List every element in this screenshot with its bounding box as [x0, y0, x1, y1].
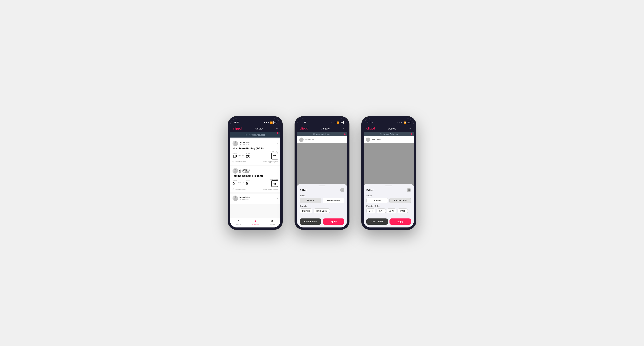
card-header-1: Josh Coles 28 Feb 2023 ··· [232, 141, 278, 146]
footer-right-text-2: Data: Clippd Capture [263, 188, 278, 190]
header-title-2: Activity [322, 127, 330, 130]
peek-banner-3: ⊞ Viewing Activities [364, 132, 414, 136]
rounds-toggle-2[interactable]: Rounds [300, 198, 322, 203]
logo-2: clippd [300, 127, 308, 130]
dots-menu-3[interactable]: ··· [276, 197, 278, 200]
footer-right-text-1: Data: Clippd Capture [263, 161, 278, 163]
user-date-1: 28 Feb 2023 [239, 144, 250, 146]
activity-card-3: Josh Coles 28 Feb 2023 ··· [230, 193, 280, 204]
card-header-3: Josh Coles 28 Feb 2023 ··· [232, 195, 278, 201]
card-header-2: Josh Coles 28 Feb 2023 ··· [232, 168, 278, 173]
battery-icon-2: 53 [340, 121, 344, 124]
arg-option-3[interactable]: ARG [387, 208, 396, 213]
peek-name-2: Josh Coles [304, 139, 314, 141]
apply-button-2[interactable]: Apply [323, 218, 344, 225]
peek-banner-icon-2: ⊞ [313, 133, 315, 135]
phone-3: 11:33 ▲▲▲ 📶 53 clippd Activity ≡ ⊞ Viewi… [361, 116, 416, 230]
out-of-1: OUT OF [238, 154, 244, 156]
practice-option-2[interactable]: Practice [300, 208, 312, 213]
nav-activities-label-1: Activities [252, 223, 259, 225]
drills-label-3: Practice Drills [366, 205, 411, 207]
phones-container: 11:33 ▲▲▲ 📶 53 clippd Activity ≡ ⊞ Viewi… [228, 116, 416, 230]
peek-banner-text-2: Viewing Activities [316, 133, 331, 135]
header-title-3: Activity [388, 127, 396, 130]
score-value-2: 0 [232, 181, 235, 186]
stats-row-2: Score 0 OUT OF Shots 9 Shot Quality 45 [232, 178, 278, 187]
avatar-inner-1 [232, 141, 238, 146]
user-name-3: Josh Coles [239, 196, 250, 198]
dots-menu-2[interactable]: ··· [276, 169, 278, 173]
rounds-toggle-3[interactable]: Rounds [366, 198, 388, 203]
nav-home-1[interactable]: ⌂ Home [230, 219, 247, 225]
activities-icon-1: ♟ [254, 219, 257, 223]
activity-title-1: Must Make Putting (3-6 ft) [232, 147, 278, 150]
peek-card-2: Josh Coles ··· [297, 136, 347, 143]
tournament-option-2[interactable]: Tournament [314, 208, 330, 213]
activity-list-1[interactable]: Josh Coles 28 Feb 2023 ··· Must Make Put… [230, 138, 280, 218]
user-name-2: Josh Coles [239, 169, 250, 171]
practice-drills-toggle-2[interactable]: Practice Drills [322, 198, 344, 203]
notch-1 [246, 116, 264, 122]
app-header-2: clippd Activity ≡ [297, 126, 347, 132]
peek-banner-text-3: Viewing Activities [383, 133, 398, 135]
show-toggle-row-3: Rounds Practice Drills [366, 198, 411, 203]
activity-card-2: Josh Coles 28 Feb 2023 ··· Putting Combi… [230, 166, 280, 192]
putt-option-3[interactable]: PUTT [398, 208, 408, 213]
user-date-2: 28 Feb 2023 [239, 171, 250, 173]
status-time-2: 11:33 [300, 121, 306, 124]
app-header-3: clippd Activity ≡ [364, 126, 414, 132]
clear-filters-button-3[interactable]: Clear Filters [366, 218, 388, 225]
avatar-inner-2 [232, 168, 238, 173]
battery-icon-3: 53 [407, 121, 410, 124]
menu-icon-2[interactable]: ≡ [343, 127, 344, 130]
activity-title-2: Putting Combine (3-15 ft) [232, 174, 278, 177]
shots-label-1: Shots [246, 152, 250, 154]
viewing-banner-1[interactable]: ⊞ Viewing Activities [230, 132, 280, 138]
activity-card-1: Josh Coles 28 Feb 2023 ··· Must Make Put… [230, 139, 280, 165]
sheet-header-2: Filter ✕ [297, 186, 347, 193]
close-button-3[interactable]: ✕ [407, 188, 411, 192]
show-label-2: Show [300, 194, 344, 197]
nav-activities-1[interactable]: ♟ Activities [247, 219, 264, 225]
sheet-body-3: Show Rounds Practice Drills Practice Dri… [364, 193, 414, 217]
sheet-body-2: Show Rounds Practice Drills Rounds Pract… [297, 193, 347, 217]
score-value-1: 10 [232, 154, 237, 159]
phone-2: 11:33 ▲▲▲ 📶 53 clippd Activity ≡ ⊞ Viewi… [294, 116, 350, 230]
user-info-3: Josh Coles 28 Feb 2023 [232, 195, 250, 201]
user-info-2: Josh Coles 28 Feb 2023 [232, 168, 250, 173]
close-button-2[interactable]: ✕ [340, 188, 344, 192]
filter-title-2: Filter [300, 188, 307, 192]
peek-user-3: Josh Coles [366, 138, 381, 142]
ott-option-3[interactable]: OTT [366, 208, 375, 213]
score-label-2: Score [232, 180, 237, 181]
clear-filters-button-2[interactable]: Clear Filters [300, 218, 321, 225]
user-info-1: Josh Coles 28 Feb 2023 [232, 141, 250, 146]
home-icon-1: ⌂ [238, 219, 240, 223]
nav-capture-1[interactable]: ⊕ Capture [264, 219, 280, 225]
bottom-nav-1: ⌂ Home ♟ Activities ⊕ Capture [230, 218, 280, 227]
shots-value-2: 9 [246, 181, 248, 186]
peek-dots-3: ··· [410, 138, 412, 141]
dots-menu-1[interactable]: ··· [276, 142, 278, 145]
shots-label-2: Shots [246, 180, 250, 181]
status-time-1: 11:33 [234, 121, 239, 124]
footer-left-text-1: Test Information [235, 161, 246, 163]
practice-drills-toggle-3[interactable]: Practice Drills [389, 198, 411, 203]
menu-icon-3[interactable]: ≡ [410, 127, 411, 130]
filter-sheet-2: Filter ✕ Show Rounds Practice Drills Rou… [297, 184, 347, 227]
notification-dot-1 [277, 132, 278, 134]
info-icon-1: ⓘ [232, 161, 234, 163]
app-option-3[interactable]: APP [376, 208, 386, 213]
signal-icon-1: ▲▲▲ [264, 122, 270, 123]
red-dot-3 [411, 133, 412, 135]
status-icons-1: ▲▲▲ 📶 53 [264, 121, 277, 124]
screen-3: 11:33 ▲▲▲ 📶 53 clippd Activity ≡ ⊞ Viewi… [364, 119, 414, 227]
dimmed-area-3: ⊞ Viewing Activities Josh Coles ··· [364, 132, 414, 227]
status-icons-2: ▲▲▲ 📶 53 [330, 121, 344, 124]
avatar-inner-3 [232, 195, 238, 201]
menu-icon-1[interactable]: ≡ [276, 127, 278, 130]
status-time-3: 11:33 [367, 121, 373, 124]
avatar-1 [232, 141, 238, 146]
apply-button-3[interactable]: Apply [390, 218, 411, 225]
shot-quality-badge-2: 45 [271, 180, 278, 187]
